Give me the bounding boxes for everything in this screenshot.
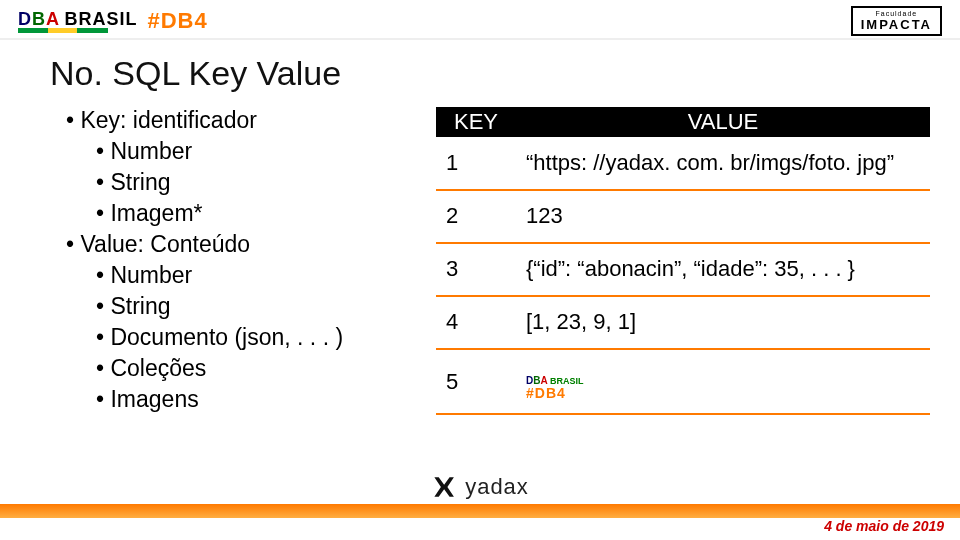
col-key: KEY (436, 107, 516, 137)
bullet-l2: String (66, 167, 396, 198)
bullet-l4: Value: Conteúdo (66, 229, 396, 260)
table-row: 4[1, 23, 9, 1] (436, 296, 930, 349)
cell-key: 5 (436, 349, 516, 415)
table-row: 3{“id”: “abonacin”, “idade”: 35, . . . } (436, 243, 930, 296)
db4-hashtag: #DB4 (147, 8, 207, 34)
dba-brasil-logo: DBA BRASIL (18, 9, 137, 33)
cell-key: 4 (436, 296, 516, 349)
cell-key: 2 (436, 190, 516, 243)
footer-brand-text: yadax (465, 474, 529, 500)
col-value: VALUE (516, 107, 930, 137)
table-row: 5DBA BRASIL#DB4 (436, 349, 930, 415)
footer-brand: yadax (431, 474, 529, 500)
mini-dba-logo: DBA BRASIL#DB4 (526, 376, 584, 400)
footer-date: 4 de maio de 2019 (824, 518, 944, 534)
impacta-logo: Faculdade IMPACTA (851, 6, 942, 36)
bullet-l1: Number (66, 136, 396, 167)
bullet-l5: Number (66, 260, 396, 291)
slide-header: DBA BRASIL #DB4 Faculdade IMPACTA (0, 0, 960, 40)
bullet-l9: Imagens (66, 384, 396, 415)
cell-value: 123 (516, 190, 930, 243)
header-left: DBA BRASIL #DB4 (18, 8, 208, 34)
bullet-l7: Documento (json, . . . ) (66, 322, 396, 353)
cell-value: DBA BRASIL#DB4 (516, 349, 930, 415)
slide-title: No. SQL Key Value (0, 40, 960, 105)
dba-text: DBA (18, 9, 60, 29)
impacta-name: IMPACTA (861, 18, 932, 32)
yadax-icon (431, 474, 457, 500)
bullet-l0: Key: identificador (66, 105, 396, 136)
cell-value: “https: //yadax. com. br/imgs/foto. jpg” (516, 137, 930, 190)
bullet-list: Key: identificador Number String Imagem*… (66, 105, 396, 415)
table-header-row: KEY VALUE (436, 107, 930, 137)
kv-table: KEY VALUE 1“https: //yadax. com. br/imgs… (436, 107, 930, 415)
cell-key: 3 (436, 243, 516, 296)
cell-value: {“id”: “abonacin”, “idade”: 35, . . . } (516, 243, 930, 296)
cell-value: [1, 23, 9, 1] (516, 296, 930, 349)
bullet-l8: Coleções (66, 353, 396, 384)
cell-key: 1 (436, 137, 516, 190)
table-row: 1“https: //yadax. com. br/imgs/foto. jpg… (436, 137, 930, 190)
bullet-l6: String (66, 291, 396, 322)
footer-stripe (0, 504, 960, 518)
table-row: 2123 (436, 190, 930, 243)
slide-content: Key: identificador Number String Imagem*… (0, 105, 960, 415)
brasil-text: BRASIL (64, 9, 137, 29)
bullet-l3: Imagem* (66, 198, 396, 229)
